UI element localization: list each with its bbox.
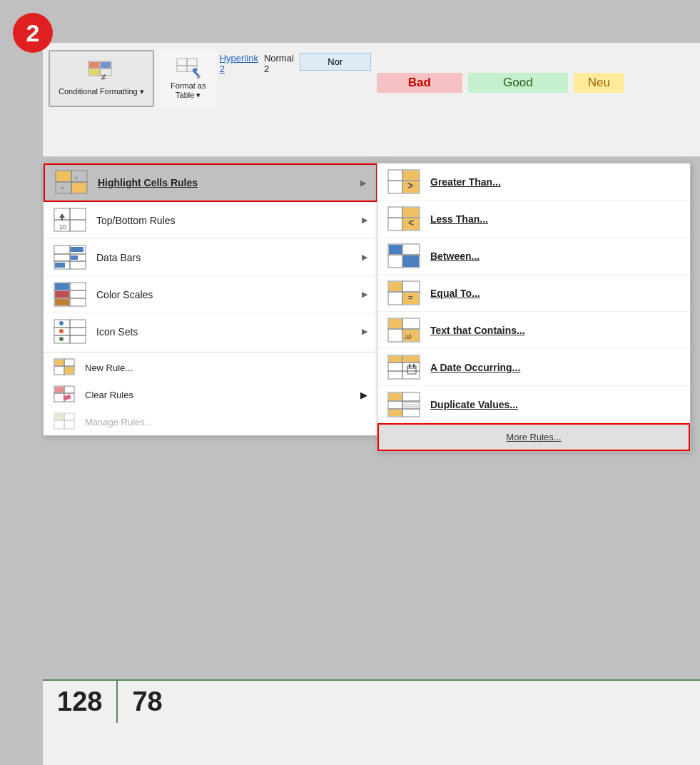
greater-than-icon: > <box>387 169 422 195</box>
menu-item-icon-sets[interactable]: Icon Sets ▶ <box>44 313 377 350</box>
svg-rect-40 <box>70 283 86 290</box>
menu-item-highlight-cells-rules[interactable]: < > Highlight Cells Rules ▶ <box>44 163 377 202</box>
svg-rect-71 <box>54 420 64 429</box>
svg-rect-105 <box>389 319 402 328</box>
svg-rect-125 <box>402 409 420 417</box>
svg-rect-64 <box>64 386 74 393</box>
more-rules-button[interactable]: More Rules... <box>377 423 690 451</box>
menu-item-new-rule[interactable]: New Rule... <box>44 354 377 381</box>
greater-than-label: Greater Than... <box>430 176 680 188</box>
menu-item-manage-rules[interactable]: Manage Rules... <box>44 408 377 435</box>
svg-rect-32 <box>54 254 70 261</box>
svg-rect-126 <box>389 393 402 400</box>
menu-divider-1 <box>44 352 377 353</box>
duplicate-values-icon <box>387 392 422 417</box>
hyperlink2-label[interactable]: Hyperlink 2 <box>220 53 258 74</box>
data-bars-icon <box>54 245 88 270</box>
svg-rect-8 <box>177 59 187 66</box>
svg-rect-81 <box>388 207 402 218</box>
color-scales-arrow: ▶ <box>362 290 367 299</box>
menu-item-between[interactable]: Between... <box>377 238 690 275</box>
menu-item-equal-to[interactable]: = Equal To... <box>377 275 690 312</box>
menu-item-top-bottom-rules[interactable]: 10 Top/Bottom Rules ▶ <box>44 202 377 239</box>
svg-rect-92 <box>389 245 402 254</box>
svg-rect-96 <box>388 292 402 305</box>
svg-rect-62 <box>65 367 73 374</box>
conditional-formatting-button[interactable]: ≠ Conditional Formatting ▾ <box>49 50 154 107</box>
menu-item-less-than[interactable]: < Less Than... <box>377 201 690 238</box>
svg-text:>: > <box>75 175 78 181</box>
svg-rect-36 <box>71 247 83 252</box>
icon-sets-label: Icon Sets <box>96 326 356 338</box>
svg-rect-73 <box>55 414 64 420</box>
date-occurring-icon <box>387 355 422 380</box>
manage-rules-label: Manage Rules... <box>85 417 367 427</box>
svg-rect-28 <box>61 218 63 221</box>
step-badge: 2 <box>13 13 53 53</box>
normal-box: Nor <box>300 53 371 71</box>
clear-rules-arrow: ▶ <box>360 390 367 400</box>
svg-rect-83 <box>388 218 402 230</box>
svg-text:<: < <box>61 185 64 191</box>
neutral-style-box: Neu <box>574 73 624 93</box>
good-style-box: Good <box>468 73 568 93</box>
svg-rect-115 <box>403 356 419 362</box>
svg-text:10: 10 <box>59 223 66 230</box>
svg-point-55 <box>59 329 64 333</box>
svg-rect-10 <box>177 66 187 71</box>
menu-item-clear-rules[interactable]: Clear Rules ▶ <box>44 381 377 408</box>
equal-to-icon: = <box>387 280 422 306</box>
svg-rect-103 <box>388 329 402 342</box>
svg-rect-116 <box>407 366 416 374</box>
svg-rect-111 <box>402 363 420 371</box>
svg-rect-113 <box>402 371 420 379</box>
less-than-label: Less Than... <box>430 213 680 225</box>
svg-rect-44 <box>70 298 86 306</box>
bad-style-box: Bad <box>377 73 462 93</box>
svg-point-54 <box>59 321 64 325</box>
new-rule-icon <box>54 358 76 377</box>
svg-rect-35 <box>70 261 86 269</box>
conditional-formatting-label: Conditional Formatting ▾ <box>59 87 144 96</box>
svg-text:≠: ≠ <box>101 72 106 82</box>
svg-rect-53 <box>70 335 86 343</box>
hyperlink2-style: Hyperlink 2 <box>220 53 258 76</box>
normal-style: Nor <box>300 53 371 71</box>
svg-text:ab: ab <box>405 333 412 340</box>
menu-item-date-occurring[interactable]: A Date Occurring... <box>377 349 690 386</box>
svg-rect-4 <box>89 62 99 68</box>
menu-item-greater-than[interactable]: > Greater Than... <box>377 163 690 201</box>
svg-rect-102 <box>402 318 420 329</box>
format-as-table-icon <box>176 57 201 80</box>
menu-item-text-contains[interactable]: ab Text that Contains... <box>377 312 690 349</box>
svg-rect-6 <box>89 69 99 75</box>
svg-point-56 <box>59 337 64 341</box>
between-label: Between... <box>430 250 680 262</box>
svg-rect-85 <box>403 208 419 217</box>
menu-item-duplicate-values[interactable]: Duplicate Values... <box>377 386 690 423</box>
normal2-style: Normal 2 <box>264 53 294 76</box>
conditional-formatting-icon: ≠ <box>87 60 116 86</box>
svg-rect-95 <box>402 281 420 292</box>
format-as-table-button[interactable]: Format asTable ▾ <box>160 50 217 107</box>
menu-item-data-bars[interactable]: Data Bars ▶ <box>44 239 377 276</box>
svg-rect-49 <box>70 320 86 328</box>
svg-rect-110 <box>388 363 402 371</box>
svg-rect-61 <box>55 360 64 365</box>
svg-rect-24 <box>70 208 86 220</box>
svg-rect-46 <box>55 291 69 298</box>
svg-rect-121 <box>402 392 420 401</box>
svg-rect-67 <box>55 387 64 392</box>
dropdown-right-menu: > Greater Than... < Less Than... <box>377 163 691 452</box>
svg-rect-118 <box>409 364 410 368</box>
menu-item-color-scales[interactable]: Color Scales ▶ <box>44 276 377 313</box>
svg-rect-90 <box>388 255 402 268</box>
svg-text:>: > <box>407 180 413 191</box>
between-icon <box>387 243 422 269</box>
svg-rect-72 <box>64 420 74 429</box>
bottom-cells-area: 128 78 <box>43 679 700 765</box>
svg-rect-70 <box>64 413 74 420</box>
highlight-cells-arrow: ▶ <box>360 178 366 188</box>
equal-to-label: Equal To... <box>430 288 680 299</box>
svg-rect-20 <box>72 183 86 193</box>
